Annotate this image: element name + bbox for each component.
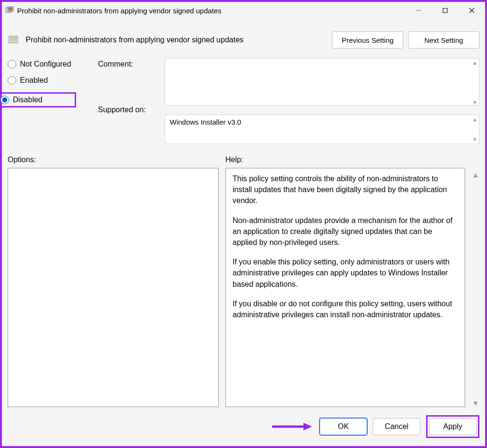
pane-labels: Options: Help:: [2, 145, 485, 168]
close-button[interactable]: [458, 2, 485, 19]
header: Prohibit non-administrators from applyin…: [2, 19, 485, 55]
policy-icon: [8, 33, 21, 47]
supported-on-value: Windows Installer v3.0: [170, 118, 241, 126]
help-paragraph: Non-administrator updates provide a mech…: [233, 215, 458, 248]
previous-setting-button[interactable]: Previous Setting: [332, 31, 403, 49]
radio-not-configured[interactable]: Not Configured: [8, 60, 92, 68]
annotation-highlight-radio: Disabled: [0, 92, 76, 107]
radio-disabled-label: Disabled: [13, 96, 42, 104]
radio-disabled-input[interactable]: [0, 96, 9, 104]
help-paragraph: If you enable this policy setting, only …: [233, 256, 458, 290]
panes: This policy setting controls the ability…: [2, 168, 485, 407]
next-setting-button[interactable]: Next Setting: [408, 31, 479, 49]
help-label: Help:: [225, 156, 479, 164]
minimize-button[interactable]: [405, 2, 432, 19]
cancel-button[interactable]: Cancel: [373, 418, 420, 435]
state-radio-group: Not Configured Enabled Disabled: [8, 58, 92, 144]
policy-editor-window: Prohibit non-administrators from applyin…: [0, 0, 487, 448]
radio-not-configured-input[interactable]: [8, 60, 16, 68]
comment-textarea[interactable]: [165, 58, 479, 106]
radio-enabled-input[interactable]: [8, 76, 16, 85]
help-pane[interactable]: This policy setting controls the ability…: [225, 168, 465, 407]
radio-enabled[interactable]: Enabled: [8, 76, 92, 85]
ok-button[interactable]: OK: [320, 418, 367, 435]
field-inputs: ▲ ▼ Windows Installer v3.0 ▲ ▼: [165, 58, 479, 144]
maximize-button[interactable]: [432, 2, 458, 19]
radio-enabled-label: Enabled: [20, 76, 48, 85]
svg-rect-4: [443, 9, 448, 13]
window-title: Prohibit non-administrators from applyin…: [17, 7, 221, 15]
options-label: Options:: [8, 156, 225, 164]
annotation-highlight-apply: Apply: [426, 415, 479, 438]
radio-disabled[interactable]: Disabled: [0, 96, 75, 104]
svg-rect-8: [10, 37, 17, 39]
help-paragraph: If you disable or do not configure this …: [233, 298, 458, 320]
supported-label: Supported on:: [98, 106, 159, 114]
footer: OK Cancel Apply: [2, 407, 485, 446]
help-scrollbar[interactable]: ▲ ▼: [472, 168, 479, 407]
radio-not-configured-label: Not Configured: [20, 60, 71, 68]
svg-rect-10: [10, 40, 17, 41]
field-labels: Comment: Supported on:: [98, 58, 159, 144]
config-section: Not Configured Enabled Disabled Comment:…: [2, 55, 485, 145]
annotation-arrow: [272, 422, 313, 431]
options-pane: [8, 168, 219, 407]
svg-rect-2: [9, 8, 12, 10]
policy-title: Prohibit non-administrators from applyin…: [26, 36, 253, 44]
apply-button[interactable]: Apply: [429, 418, 477, 435]
help-paragraph: This policy setting controls the ability…: [233, 173, 458, 206]
svg-marker-12: [303, 423, 312, 430]
app-icon: [5, 6, 14, 15]
comment-label: Comment:: [98, 60, 159, 68]
titlebar: Prohibit non-administrators from applyin…: [2, 2, 485, 19]
svg-rect-9: [10, 39, 17, 40]
supported-on-box: Windows Installer v3.0: [165, 115, 479, 144]
